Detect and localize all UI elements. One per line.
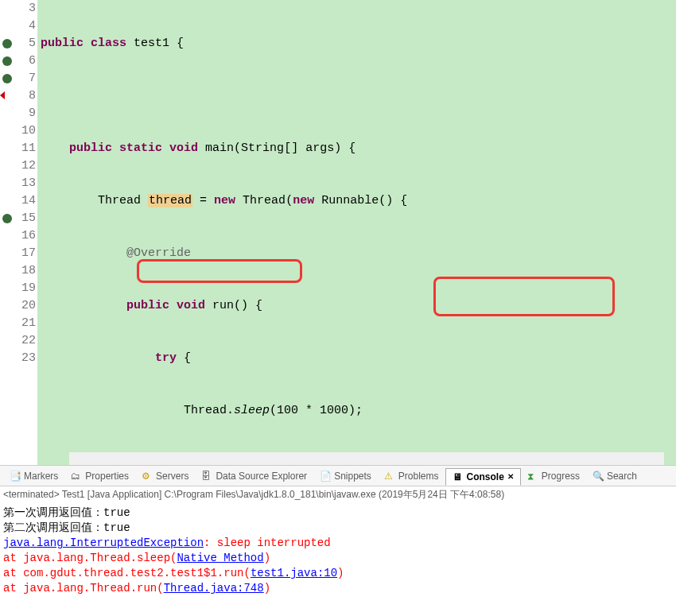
console-line: at java.lang.Thread.sleep(Native Method) xyxy=(3,551,673,566)
progress-icon: ⧗ xyxy=(527,471,538,482)
code-line: Thread thread = new Thread(new Runnable(… xyxy=(37,192,676,210)
problems-icon: ⚠ xyxy=(384,471,395,482)
breakpoint-marker-icon[interactable] xyxy=(2,56,12,66)
close-icon[interactable]: ✕ xyxy=(507,472,514,481)
code-editor[interactable]: 34567891011121314151617181920212223 publ… xyxy=(0,0,676,466)
console-header: <terminated> Test1 [Java Application] C:… xyxy=(0,486,676,504)
code-line: try { xyxy=(37,350,676,367)
console-line: at java.lang.Thread.run(Thread.java:748) xyxy=(3,581,673,596)
stacktrace-link[interactable]: Thread.java:748 xyxy=(164,582,264,595)
code-line: public static void main(String[] args) { xyxy=(37,140,676,157)
code-area[interactable]: public class test1 { public static void … xyxy=(37,0,676,465)
bottom-tab-bar: 📑Markers 🗂Properties ⚙Servers 🗄Data Sour… xyxy=(0,466,676,486)
tab-search[interactable]: 🔍Search xyxy=(586,468,643,484)
console-line: 第二次调用返回值：true xyxy=(3,521,673,536)
tab-properties[interactable]: 🗂Properties xyxy=(64,468,135,484)
tab-markers[interactable]: 📑Markers xyxy=(3,468,64,484)
code-line: Thread.sleep(100 * 1000); xyxy=(37,402,676,420)
horizontal-scrollbar[interactable] xyxy=(69,452,664,465)
stacktrace-link[interactable]: Native Method xyxy=(177,552,263,564)
breakpoint-marker-icon[interactable] xyxy=(2,74,12,83)
console-output[interactable]: 第一次调用返回值：true 第二次调用返回值：true java.lang.In… xyxy=(0,504,676,598)
breakpoint-marker-icon[interactable] xyxy=(2,39,12,48)
properties-icon: 🗂 xyxy=(71,471,82,482)
stacktrace-link[interactable]: test1.java:10 xyxy=(251,567,337,579)
tab-console[interactable]: 🖥Console ✕ xyxy=(445,468,521,486)
breakpoint-marker-icon[interactable] xyxy=(2,214,12,223)
marker-ruler xyxy=(0,0,14,465)
tab-problems[interactable]: ⚠Problems xyxy=(378,468,445,484)
tab-snippets[interactable]: 📄Snippets xyxy=(313,468,378,484)
tab-servers[interactable]: ⚙Servers xyxy=(135,468,195,484)
code-line xyxy=(37,87,676,105)
snippets-icon: 📄 xyxy=(320,471,331,482)
tab-progress[interactable]: ⧗Progress xyxy=(521,468,586,484)
error-marker-icon xyxy=(0,91,5,99)
code-line: @Override xyxy=(37,245,676,262)
servers-icon: ⚙ xyxy=(142,471,153,482)
console-line: at com.gdut.thread.test2.test1$1.run(tes… xyxy=(3,566,673,581)
exception-link[interactable]: java.lang.InterruptedException xyxy=(3,537,204,549)
console-line: java.lang.InterruptedException: sleep in… xyxy=(3,536,673,551)
dse-icon: 🗄 xyxy=(201,471,212,482)
console-icon: 🖥 xyxy=(453,471,464,482)
markers-icon: 📑 xyxy=(10,471,21,482)
tab-data-source-explorer[interactable]: 🗄Data Source Explorer xyxy=(195,468,313,484)
search-icon: 🔍 xyxy=(592,471,604,482)
annotation-box xyxy=(137,259,302,283)
line-number-ruler: 34567891011121314151617181920212223 xyxy=(14,0,37,465)
annotation-box xyxy=(433,277,615,316)
console-line: 第一次调用返回值：true xyxy=(3,506,673,521)
code-line: public class test1 { xyxy=(37,35,676,52)
